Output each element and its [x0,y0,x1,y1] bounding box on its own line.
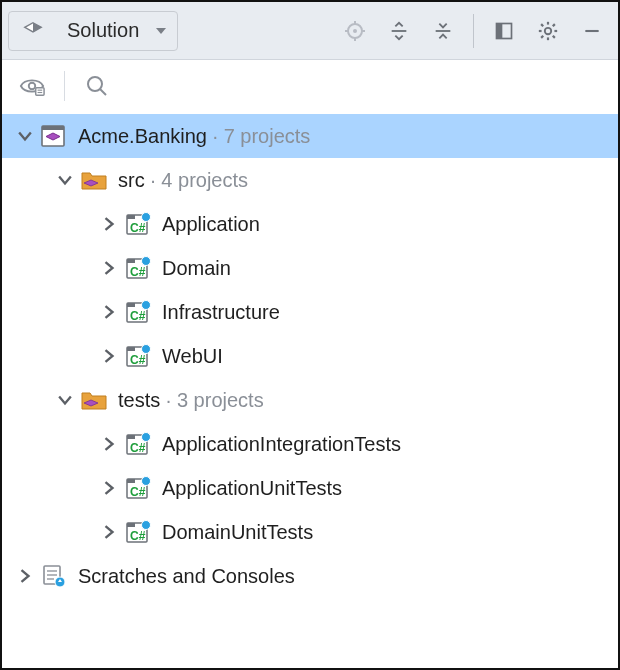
tree-project[interactable]: C# DomainUnitTests [2,510,618,554]
tree-folder-tests[interactable]: tests · 3 projects [2,378,618,422]
chevron-right-icon [98,521,120,543]
svg-rect-53 [127,523,135,527]
csharp-project-icon: C# [124,476,152,500]
svg-point-39 [142,301,151,310]
svg-line-18 [553,24,555,26]
project-label: ApplicationIntegrationTests [162,433,401,456]
project-label: Domain [162,257,231,280]
folder-label: tests [118,389,160,412]
csharp-project-icon: C# [124,300,152,324]
csharp-project-icon: C# [124,432,152,456]
tree-folder-src[interactable]: src · 4 projects [2,158,618,202]
tree-project[interactable]: C# WebUI [2,334,618,378]
csharp-project-icon: C# [124,344,152,368]
chevron-down-icon [54,169,76,191]
svg-line-15 [541,24,543,26]
rider-solution-icon [19,19,47,43]
solution-folder-icon [80,168,108,192]
svg-text:C#: C# [130,529,146,543]
svg-text:C#: C# [130,265,146,279]
tree-solution-root[interactable]: Acme.Banking · 7 projects [2,114,618,158]
solution-name: Acme.Banking [78,125,207,148]
svg-point-47 [142,433,151,442]
svg-point-55 [142,521,151,530]
tree-project[interactable]: C# ApplicationUnitTests [2,466,618,510]
svg-rect-21 [36,88,44,95]
sub-toolbar [2,60,618,112]
collapse-all-button[interactable] [423,11,463,51]
solution-explorer-panel: Solution [0,0,620,670]
svg-rect-45 [127,435,135,439]
svg-point-1 [353,29,357,33]
dock-button[interactable] [484,11,524,51]
chevron-down-icon [14,125,36,147]
expand-all-button[interactable] [379,11,419,51]
svg-text:C#: C# [130,485,146,499]
chevron-down-icon [54,389,76,411]
chevron-right-icon [98,477,120,499]
view-mode-label: Solution [67,19,139,42]
svg-line-17 [541,35,543,37]
svg-point-20 [29,83,36,90]
svg-rect-29 [127,215,135,219]
settings-button[interactable] [528,11,568,51]
svg-rect-9 [497,23,503,38]
svg-text:C#: C# [130,353,146,367]
project-label: WebUI [162,345,223,368]
svg-point-31 [142,213,151,222]
chevron-right-icon [98,301,120,323]
tree-scratches[interactable]: Scratches and Consoles [2,554,618,598]
tree-project[interactable]: C# Application [2,202,618,246]
svg-point-10 [545,27,551,33]
project-label: Application [162,213,260,236]
chevron-right-icon [98,213,120,235]
folder-project-count: 3 projects [177,389,264,412]
project-label: ApplicationUnitTests [162,477,342,500]
solution-project-count: 7 projects [224,125,311,148]
target-button[interactable] [335,11,375,51]
preview-button[interactable] [12,66,52,106]
solution-icon [40,124,68,148]
svg-line-16 [553,35,555,37]
scratches-icon [40,564,68,588]
svg-text:C#: C# [130,221,146,235]
folder-label: src [118,169,145,192]
solution-folder-icon [80,388,108,412]
folder-project-count: 4 projects [161,169,248,192]
chevron-down-icon [155,19,167,42]
subbar-separator [64,71,65,101]
solution-tree[interactable]: Acme.Banking · 7 projects src · 4 projec… [2,112,618,668]
project-label: DomainUnitTests [162,521,313,544]
chevron-right-icon [98,433,120,455]
svg-text:C#: C# [130,441,146,455]
csharp-project-icon: C# [124,256,152,280]
svg-text:C#: C# [130,309,146,323]
chevron-right-icon [14,565,36,587]
csharp-project-icon: C# [124,520,152,544]
svg-rect-33 [127,259,135,263]
tree-project[interactable]: C# Infrastructure [2,290,618,334]
search-button[interactable] [77,66,117,106]
minimize-button[interactable] [572,11,612,51]
toolbar-separator [473,14,474,48]
chevron-right-icon [98,345,120,367]
svg-rect-37 [127,303,135,307]
toolbar: Solution [2,2,618,60]
project-label: Infrastructure [162,301,280,324]
scratches-label: Scratches and Consoles [78,565,295,588]
svg-point-51 [142,477,151,486]
svg-point-24 [88,77,102,91]
svg-rect-27 [42,126,64,130]
csharp-project-icon: C# [124,212,152,236]
chevron-right-icon [98,257,120,279]
tree-project[interactable]: C# ApplicationIntegrationTests [2,422,618,466]
svg-point-35 [142,257,151,266]
view-mode-dropdown[interactable]: Solution [8,11,178,51]
svg-line-25 [100,89,106,95]
svg-rect-49 [127,479,135,483]
svg-rect-41 [127,347,135,351]
svg-point-43 [142,345,151,354]
tree-project[interactable]: C# Domain [2,246,618,290]
